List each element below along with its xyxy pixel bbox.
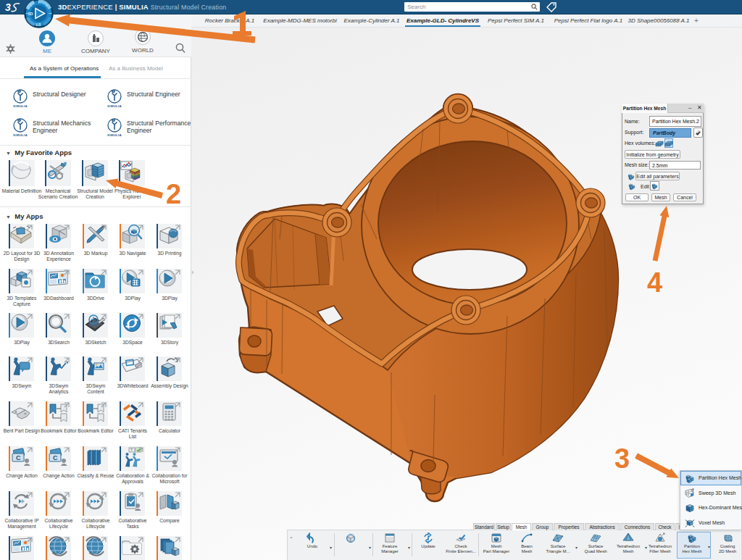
svg-text:V.R: V.R (36, 23, 41, 27)
svg-text:3: 3 (614, 443, 630, 474)
svg-text:2: 2 (166, 179, 181, 209)
svg-text:4: 4 (647, 267, 662, 298)
svg-text:3D: 3D (28, 12, 33, 16)
